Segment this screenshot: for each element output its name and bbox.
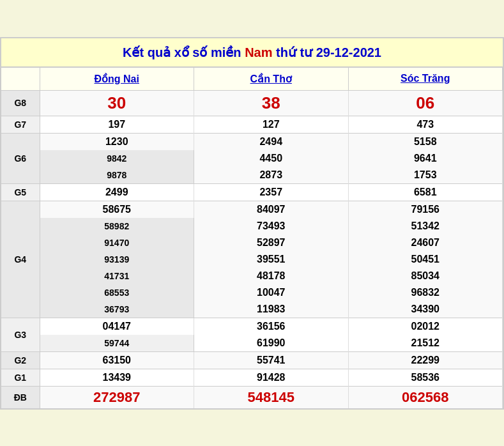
g8-col3: 06 [348, 90, 503, 116]
g4-label: G4 [1, 201, 40, 318]
g4-r6-col1: 68553 [40, 284, 194, 301]
g4-r1-col1: 58675 [40, 201, 194, 218]
table-row: ĐB 272987 548145 062568 [1, 386, 503, 408]
g5-col1: 2499 [40, 183, 194, 201]
g4-r3-col1: 91470 [40, 235, 194, 251]
g6-r1-col2: 2494 [194, 133, 349, 150]
g6-r2-col2: 4450 [194, 150, 349, 167]
g7-label: G7 [1, 116, 40, 133]
col-label-header [1, 68, 40, 91]
col3-header: Sóc Trăng [348, 68, 503, 91]
table-row: 36793 11983 34390 [1, 301, 503, 318]
g4-r4-col3: 50451 [348, 251, 503, 268]
g6-r2-col3: 9641 [348, 150, 503, 167]
g4-r2-col1: 58982 [40, 218, 194, 235]
g4-r5-col2: 48178 [194, 268, 349, 284]
db-col3: 062568 [348, 386, 503, 408]
g1-col2: 91428 [194, 369, 349, 386]
page-header: Kết quả xổ số miền Nam thứ tư 29-12-2021 [1, 38, 503, 68]
g4-r2-col2: 73493 [194, 218, 349, 235]
g6-r3-col2: 2873 [194, 167, 349, 184]
g3-r2-col2: 61990 [194, 335, 349, 352]
table-row: G5 2499 2357 6581 [1, 183, 503, 201]
g7-col1: 197 [40, 116, 194, 133]
g1-label: G1 [1, 369, 40, 386]
g4-r6-col3: 96832 [348, 284, 503, 301]
g4-r4-col2: 39551 [194, 251, 349, 268]
table-row: G2 63150 55741 22299 [1, 351, 503, 369]
table-row: G8 30 38 06 [1, 90, 503, 116]
g4-r3-col3: 24607 [348, 235, 503, 251]
g2-col1: 63150 [40, 351, 194, 369]
g4-r1-col3: 79156 [348, 201, 503, 218]
g4-r6-col2: 10047 [194, 284, 349, 301]
col2-header: Cần Thơ [194, 68, 349, 91]
g2-col2: 55741 [194, 351, 349, 369]
g3-r2-col3: 21512 [348, 335, 503, 352]
results-table: Đồng Nai Cần Thơ Sóc Trăng G8 30 38 06 G… [1, 68, 503, 408]
g4-r4-col1: 93139 [40, 251, 194, 268]
g7-col3: 473 [348, 116, 503, 133]
g1-col3: 58536 [348, 369, 503, 386]
g2-label: G2 [1, 351, 40, 369]
g4-r3-col2: 52897 [194, 235, 349, 251]
col1-header: Đồng Nai [40, 68, 194, 91]
g3-r1-col2: 36156 [194, 318, 349, 335]
g4-r2-col3: 51342 [348, 218, 503, 235]
table-row: 91470 52897 24607 [1, 235, 503, 251]
table-row: 93139 39551 50451 [1, 251, 503, 268]
g4-r7-col2: 11983 [194, 301, 349, 318]
g6-r2-col1: 9842 [40, 150, 194, 167]
g6-label: G6 [1, 133, 40, 183]
g3-r1-col1: 04147 [40, 318, 194, 335]
table-row: G7 197 127 473 [1, 116, 503, 133]
main-container: Kết quả xổ số miền Nam thứ tư 29-12-2021… [0, 37, 504, 410]
g4-r7-col1: 36793 [40, 301, 194, 318]
g3-r1-col3: 02012 [348, 318, 503, 335]
g4-r5-col1: 41731 [40, 268, 194, 284]
db-col1: 272987 [40, 386, 194, 408]
table-row: G6 1230 2494 5158 [1, 133, 503, 150]
table-row: 59744 61990 21512 [1, 335, 503, 352]
table-row: 9878 2873 1753 [1, 167, 503, 184]
table-row: 58982 73493 51342 [1, 218, 503, 235]
table-row: 9842 4450 9641 [1, 150, 503, 167]
g8-label: G8 [1, 90, 40, 116]
g8-col2: 38 [194, 90, 349, 116]
g5-col3: 6581 [348, 183, 503, 201]
g6-r3-col3: 1753 [348, 167, 503, 184]
db-label: ĐB [1, 386, 40, 408]
g2-col3: 22299 [348, 351, 503, 369]
table-row: 68553 10047 96832 [1, 284, 503, 301]
g4-r7-col3: 34390 [348, 301, 503, 318]
db-col2: 548145 [194, 386, 349, 408]
g8-col1: 30 [40, 90, 194, 116]
table-row: G3 04147 36156 02012 [1, 318, 503, 335]
g6-r3-col1: 9878 [40, 167, 194, 184]
g3-r2-col1: 59744 [40, 335, 194, 352]
g5-col2: 2357 [194, 183, 349, 201]
table-row: G1 13439 91428 58536 [1, 369, 503, 386]
header-text: Kết quả xổ số miền Nam thứ tư 29-12-2021 [123, 45, 381, 59]
g4-r5-col3: 85034 [348, 268, 503, 284]
g7-col2: 127 [194, 116, 349, 133]
g1-col1: 13439 [40, 369, 194, 386]
table-row: 41731 48178 85034 [1, 268, 503, 284]
g5-label: G5 [1, 183, 40, 201]
g3-label: G3 [1, 318, 40, 351]
table-row: G4 58675 84097 79156 [1, 201, 503, 218]
g6-r1-col3: 5158 [348, 133, 503, 150]
g6-r1-col1: 1230 [40, 133, 194, 150]
g4-r1-col2: 84097 [194, 201, 349, 218]
